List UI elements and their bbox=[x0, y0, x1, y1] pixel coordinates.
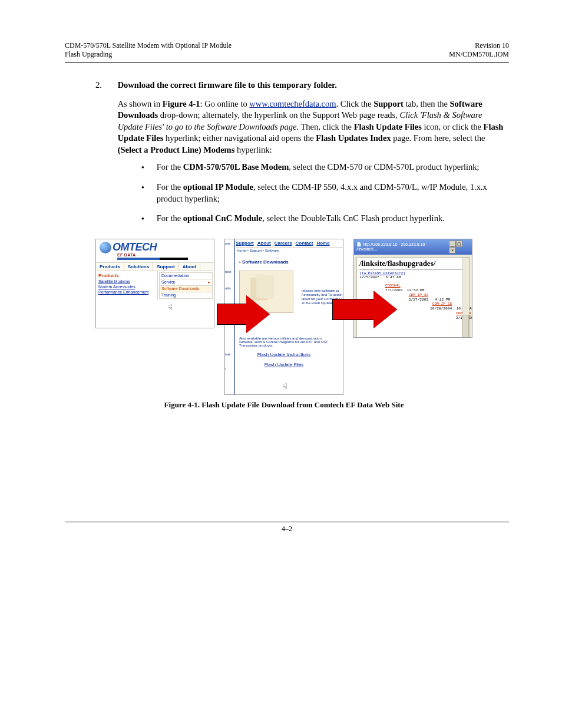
step-lead: Download the correct firmware file to th… bbox=[118, 80, 337, 90]
figure-caption: Figure 4-1. Flash Update File Download f… bbox=[95, 400, 472, 410]
breadcrumb: Home • Support • Software bbox=[237, 248, 343, 253]
website-link[interactable]: www.comtechefdata.com bbox=[249, 99, 336, 108]
red-arrow-2-head-icon bbox=[373, 291, 397, 328]
scrollbar[interactable] bbox=[462, 258, 469, 338]
bullet-cnc-module: For the optional CnC Module, select the … bbox=[141, 213, 508, 225]
page-header: CDM-570/570L Satellite Modem with Option… bbox=[65, 41, 509, 59]
link-modem-accessories[interactable]: Modem Accessories bbox=[98, 285, 155, 289]
support-submenu: Documentation Service▸ Software Download… bbox=[157, 271, 214, 300]
figure-4-1: OMTECH EF DATA Products Solutions Suppor… bbox=[95, 239, 472, 397]
link-flash-update-files[interactable]: Flash Update Files bbox=[265, 362, 304, 367]
close-button[interactable]: × bbox=[449, 247, 455, 253]
submenu-documentation[interactable]: Documentation bbox=[159, 272, 213, 279]
section-title: Software Downloads bbox=[239, 259, 343, 265]
page-number: 4–2 bbox=[65, 525, 509, 533]
submenu-training[interactable]: Training bbox=[159, 292, 213, 299]
step-number: 2. bbox=[95, 80, 115, 91]
divider bbox=[359, 269, 467, 270]
step-body: Download the correct firmware file to th… bbox=[118, 80, 508, 233]
minimize-button[interactable]: _ bbox=[449, 241, 455, 247]
bullet-ip-module: For the optional IP Module, select the C… bbox=[141, 182, 508, 205]
submenu-service[interactable]: Service▸ bbox=[159, 279, 213, 286]
logo-bar-icon bbox=[117, 258, 188, 260]
header-left-1: CDM-570/570L Satellite Modem with Option… bbox=[65, 41, 232, 50]
header-rule bbox=[65, 62, 509, 63]
red-arrow-2 bbox=[332, 299, 377, 320]
tab-solutions[interactable]: Solutions bbox=[124, 263, 153, 271]
red-arrow-1 bbox=[217, 304, 250, 325]
caret-right-icon: ▸ bbox=[208, 280, 210, 285]
tab-about[interactable]: About bbox=[179, 263, 200, 271]
submenu-software-downloads[interactable]: Software Downloads bbox=[159, 286, 213, 292]
also-available-text: Also available are various utilities and… bbox=[239, 337, 332, 347]
top-nav-tabs: Products Solutions Support About bbox=[96, 262, 214, 271]
comtech-logo: OMTECH EF DATA bbox=[100, 241, 211, 260]
left-nav: Products Satellite Modems Modem Accessor… bbox=[96, 271, 157, 300]
hand-cursor-icon: ☟ bbox=[283, 382, 287, 391]
step-paragraph: As shown in Figure 4-1: Go online to www… bbox=[118, 98, 508, 156]
window-titlebar: 📄 http://206.223.8.10 - 206.223.8.10 - /… bbox=[354, 239, 472, 255]
thumbnail-directory-listing: 📄 http://206.223.8.10 - 206.223.8.10 - /… bbox=[353, 239, 472, 338]
header-right-2: MN/CDM570L.IOM bbox=[449, 50, 509, 58]
maximize-button[interactable]: ▢ bbox=[456, 241, 462, 247]
link-performance-enhancement[interactable]: Performance Enhancement bbox=[98, 290, 155, 294]
link-flash-update-instructions[interactable]: Flash Update Instructions bbox=[257, 352, 311, 357]
red-arrow-1-head-icon bbox=[246, 295, 270, 333]
header-right-1: Revision 10 bbox=[475, 41, 509, 50]
footer-rule bbox=[65, 522, 509, 522]
globe-icon bbox=[100, 242, 111, 253]
step-2: 2. Download the correct firmware file to… bbox=[95, 80, 509, 233]
scrollbar-thumb[interactable] bbox=[462, 315, 469, 338]
tab-support[interactable]: Support bbox=[236, 241, 254, 246]
tab-careers[interactable]: Careers bbox=[275, 241, 292, 246]
hand-cursor-icon: ☟ bbox=[168, 303, 173, 312]
tab-contact[interactable]: Contact bbox=[296, 241, 313, 246]
page-icon: 📄 http://206.223.8.10 - 206.223.8.10 - /… bbox=[356, 242, 448, 251]
tab-products[interactable]: Products bbox=[96, 263, 124, 271]
header-left-2: Flash Upgrading bbox=[65, 50, 112, 58]
link-satellite-modems[interactable]: Satellite Modems bbox=[98, 279, 155, 284]
top-tabs: Support About Careers Contact Home bbox=[236, 239, 343, 248]
directory-heading: /linksite/flashupgrades/ bbox=[359, 259, 467, 268]
thumbnail-support-menu: OMTECH EF DATA Products Solutions Suppor… bbox=[95, 239, 214, 328]
tab-home[interactable]: Home bbox=[316, 241, 329, 246]
step-bullets: For the CDM-570/570L Base Modem, select … bbox=[141, 162, 508, 224]
tab-about[interactable]: About bbox=[257, 241, 271, 246]
tab-support[interactable]: Support bbox=[153, 263, 179, 271]
bullet-base-modem: For the CDM-570/570L Base Modem, select … bbox=[141, 162, 508, 173]
